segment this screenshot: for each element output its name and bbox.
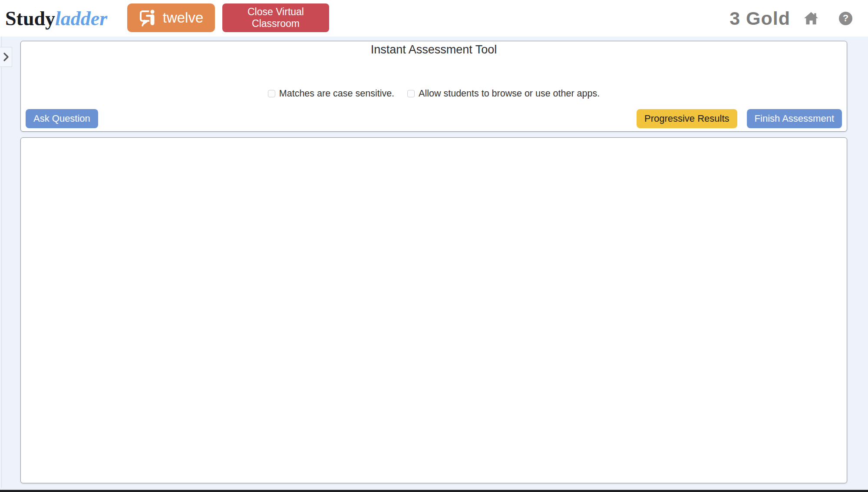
ask-question-button[interactable]: Ask Question: [26, 109, 98, 128]
classroom-twelve-button[interactable]: twelve: [127, 3, 215, 32]
presenter-board-icon: [139, 8, 159, 28]
progressive-results-button[interactable]: Progressive Results: [637, 109, 737, 128]
logo-study: Study: [5, 7, 55, 30]
home-icon[interactable]: [803, 11, 819, 26]
class-name: 3 Gold: [729, 8, 790, 29]
chevron-right-icon: [3, 53, 9, 61]
allow-browse-option: Allow students to browse or use other ap…: [407, 88, 600, 99]
window-bottom-edge: [0, 490, 868, 492]
case-sensitive-option: Matches are case sensitive.: [268, 88, 394, 99]
allow-browse-label: Allow students to browse or use other ap…: [419, 88, 600, 99]
studyladder-logo[interactable]: Studyladder: [5, 0, 107, 37]
classroom-button-label: twelve: [163, 10, 204, 26]
sidebar-divider: [1, 37, 2, 488]
close-virtual-classroom-button[interactable]: Close Virtual Classroom: [222, 3, 329, 32]
logo-ladder: ladder: [55, 7, 107, 30]
case-sensitive-label: Matches are case sensitive.: [279, 88, 394, 99]
finish-assessment-button[interactable]: Finish Assessment: [747, 109, 842, 128]
assessment-controls-panel: Instant Assessment Tool Matches are case…: [20, 41, 847, 132]
panel-action-buttons: Progressive Results Finish Assessment: [637, 109, 842, 128]
options-row: Matches are case sensitive. Allow studen…: [21, 88, 847, 99]
case-sensitive-checkbox[interactable]: [268, 90, 275, 97]
assessment-results-panel: [20, 137, 847, 483]
header-right-group: 3 Gold ?: [729, 0, 852, 37]
main-content: Instant Assessment Tool Matches are case…: [0, 37, 868, 490]
allow-browse-checkbox[interactable]: [407, 90, 415, 97]
header: Studyladder twelve Close Virtual Classro…: [0, 0, 868, 37]
help-icon[interactable]: ?: [839, 12, 852, 25]
sidebar-expand-tab[interactable]: [0, 47, 12, 67]
panel-title: Instant Assessment Tool: [21, 43, 847, 57]
